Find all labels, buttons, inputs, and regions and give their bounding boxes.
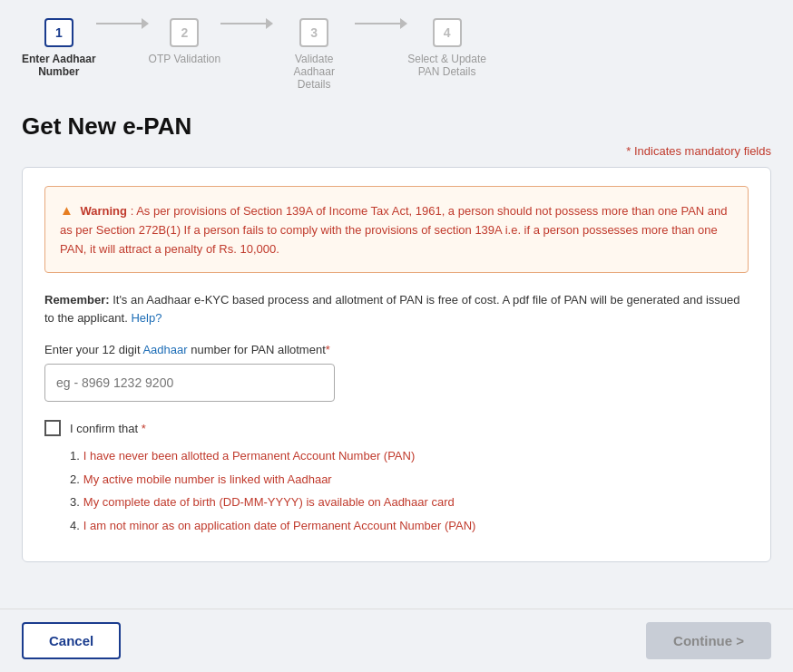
step-3-label: Validate Aadhaar Details	[273, 53, 355, 91]
confirm-label: I confirm that *	[70, 422, 146, 435]
page-title: Get New e-PAN	[22, 112, 771, 141]
cancel-button[interactable]: Cancel	[22, 622, 121, 659]
continue-button[interactable]: Continue >	[646, 622, 771, 659]
stepper: 1 Enter Aadhaar Number 2 OTP Validation …	[22, 18, 771, 91]
step-2-circle: 2	[170, 18, 199, 47]
confirm-row: I confirm that *	[44, 420, 749, 436]
input-label-end: number for PAN allotment	[188, 343, 326, 356]
step-2: 2 OTP Validation	[149, 18, 221, 65]
input-label-highlight: Aadhaar	[142, 343, 187, 356]
confirm-mandatory-star: *	[142, 422, 146, 435]
aadhaar-input[interactable]	[44, 364, 335, 402]
step-4-label: Select & Update PAN Details	[407, 53, 486, 78]
step-3-circle: 3	[299, 18, 328, 47]
warning-title: Warning	[80, 204, 127, 218]
warning-box: ▲ Warning : As per provisions of Section…	[44, 186, 749, 273]
step-1-label: Enter Aadhaar Number	[22, 53, 96, 78]
main-card: ▲ Warning : As per provisions of Section…	[22, 167, 771, 562]
input-label-start: Enter your 12 digit	[44, 343, 142, 356]
confirm-checkbox[interactable]	[44, 420, 61, 436]
remember-label: Remember:	[44, 293, 110, 307]
input-label: Enter your 12 digit Aadhaar number for P…	[44, 343, 749, 356]
connector-1-2	[96, 18, 149, 51]
step-1: 1 Enter Aadhaar Number	[22, 18, 96, 78]
list-item: 2.My active mobile number is linked with…	[70, 471, 749, 489]
footer-bar: Cancel Continue >	[0, 609, 793, 672]
list-item: 1.I have never been allotted a Permanent…	[70, 447, 749, 465]
step-4: 4 Select & Update PAN Details	[407, 18, 486, 78]
connector-3-4	[355, 18, 407, 51]
connector-2-3	[220, 18, 273, 51]
remember-text: Remember: It's an Aadhaar e-KYC based pr…	[44, 291, 749, 329]
step-2-label: OTP Validation	[149, 53, 221, 65]
confirm-list: 1.I have never been allotted a Permanent…	[44, 447, 749, 534]
step-4-circle: 4	[433, 18, 462, 47]
step-3: 3 Validate Aadhaar Details	[273, 18, 355, 91]
help-link[interactable]: Help?	[131, 311, 162, 325]
input-mandatory-star: *	[326, 343, 330, 356]
list-item: 3.My complete date of birth (DD-MM-YYYY)…	[70, 493, 749, 511]
step-1-circle: 1	[44, 18, 73, 47]
warning-icon: ▲	[60, 202, 73, 218]
list-item: 4.I am not minor as on application date …	[70, 517, 749, 535]
warning-text: : As per provisions of Section 139A of I…	[60, 204, 728, 256]
mandatory-note: * Indicates mandatory fields	[22, 144, 771, 158]
